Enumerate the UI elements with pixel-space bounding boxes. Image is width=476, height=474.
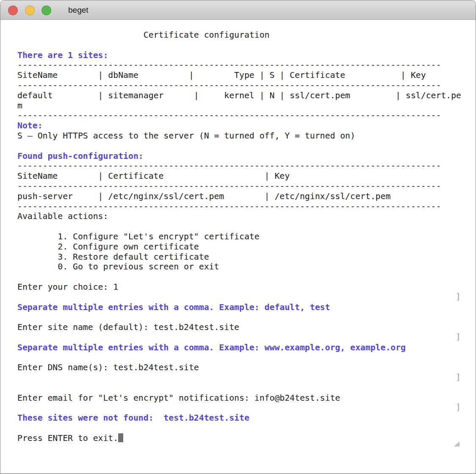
terminal-line-text: SiteName | Certificate | Key <box>17 171 290 181</box>
scroll-artifact-bracket: ] <box>456 372 461 383</box>
terminal-line: ----------------------------------------… <box>17 161 476 171</box>
terminal-line-text: There are 1 sites: <box>17 50 108 60</box>
terminal-line: Certificate configuration <box>17 30 476 40</box>
terminal-line <box>17 222 476 232</box>
terminal-line: Enter email for "Let's encrypt" notifica… <box>17 393 476 403</box>
terminal-line <box>17 292 476 302</box>
terminal-line: m <box>17 101 476 111</box>
terminal-line: 0. Go to previous screen or exit <box>17 262 476 272</box>
terminal-line <box>17 333 476 343</box>
terminal-line: Note: <box>17 121 476 131</box>
terminal-line: These sites were not found: test.b24test… <box>17 413 476 423</box>
terminal-line: default | sitemanager | kernel | N | ssl… <box>17 91 476 101</box>
scroll-artifact-bracket: ] <box>456 332 461 342</box>
terminal-line <box>17 312 476 322</box>
terminal-line-text: default | sitemanager | kernel | N | ssl… <box>17 91 461 100</box>
terminal-line-text: 1. Configure "Let's encrypt" certificate <box>17 232 260 241</box>
terminal-line-text: Found push-configuration: <box>17 151 144 161</box>
resize-handle[interactable] <box>454 441 459 446</box>
terminal-line: S — Only HTTPS access to the server (N =… <box>17 131 476 141</box>
terminal-line <box>17 383 476 393</box>
table-divider: ----------------------------------------… <box>17 181 441 191</box>
terminal-line: ----------------------------------------… <box>17 202 476 212</box>
terminal-line <box>17 403 476 413</box>
terminal-line-text: push-server | /etc/nginx/ssl/cert.pem | … <box>17 191 390 201</box>
terminal-line: SiteName | Certificate | Key <box>17 171 476 181</box>
terminal-line <box>17 40 476 50</box>
terminal-line: Press ENTER to exit. <box>17 433 476 444</box>
terminal-line-text: Enter site name (default): test.b24test.… <box>17 322 239 332</box>
terminal-line-text: 0. Go to previous screen or exit <box>17 262 219 272</box>
scroll-artifact-bracket: ] <box>456 402 461 413</box>
minimize-button[interactable] <box>25 6 35 15</box>
scroll-artifact-bracket: ] <box>456 292 461 302</box>
terminal-line-text: Separate multiple entries with a comma. … <box>17 343 406 352</box>
terminal-line: Separate multiple entries with a comma. … <box>17 343 476 353</box>
terminal-line: Found push-configuration: <box>17 151 476 161</box>
terminal-line-text: m <box>17 101 22 111</box>
terminal-line: 3. Restore default certificate <box>17 252 476 262</box>
terminal-line: SiteName | dbName | Type | S | Certifica… <box>17 70 476 80</box>
table-divider: ----------------------------------------… <box>17 111 441 120</box>
table-divider: ----------------------------------------… <box>17 202 441 211</box>
terminal-line: Separate multiple entries with a comma. … <box>17 302 476 313</box>
table-divider: ----------------------------------------… <box>17 80 441 90</box>
terminal-line <box>17 373 476 383</box>
table-divider: ----------------------------------------… <box>17 60 441 70</box>
terminal-line-text: Enter your choice: 1 <box>17 282 118 292</box>
terminal-line: ----------------------------------------… <box>17 111 476 121</box>
terminal-line: Available actions: <box>17 211 476 222</box>
terminal-line: 1. Configure "Let's encrypt" certificate <box>17 232 476 242</box>
terminal-line: 2. Configure own certificate <box>17 242 476 252</box>
terminal-cursor <box>118 433 123 442</box>
terminal-line: Enter DNS name(s): test.b24test.site <box>17 363 476 373</box>
zoom-button[interactable] <box>42 6 51 15</box>
terminal-line <box>17 272 476 282</box>
terminal-output: Certificate configurationThere are 1 sit… <box>0 20 476 444</box>
terminal-line-text: Certificate configuration <box>17 30 269 40</box>
terminal-line-text: Separate multiple entries with a comma. … <box>17 302 330 312</box>
window-title: beget <box>68 0 89 20</box>
terminal-line-text: SiteName | dbName | Type | S | Certifica… <box>17 70 426 80</box>
close-button[interactable] <box>8 6 18 15</box>
table-divider: ----------------------------------------… <box>17 161 441 171</box>
terminal-line: ----------------------------------------… <box>17 60 476 70</box>
terminal-line: There are 1 sites: <box>17 50 476 61</box>
terminal-line: Enter your choice: 1 <box>17 282 476 292</box>
terminal-window: beget Certificate configurationThere are… <box>0 0 476 474</box>
terminal-line <box>17 141 476 151</box>
terminal-line <box>17 353 476 363</box>
terminal-line: ----------------------------------------… <box>17 181 476 191</box>
terminal-line-text: Enter email for "Let's encrypt" notifica… <box>17 393 340 403</box>
terminal-line <box>17 423 476 433</box>
titlebar: beget <box>0 0 476 20</box>
terminal-line-text: Press ENTER to exit. <box>17 433 118 443</box>
terminal-line-text: 2. Configure own certificate <box>17 242 199 252</box>
terminal-line: push-server | /etc/nginx/ssl/cert.pem | … <box>17 191 476 202</box>
terminal-line-text: These sites were not found: test.b24test… <box>17 413 249 423</box>
terminal-line-text: S — Only HTTPS access to the server (N =… <box>17 131 355 141</box>
terminal-line: Enter site name (default): test.b24test.… <box>17 322 476 333</box>
terminal-line-text: Enter DNS name(s): test.b24test.site <box>17 363 199 372</box>
terminal-line-text: Available actions: <box>17 211 108 221</box>
terminal-line-text: 3. Restore default certificate <box>17 252 209 262</box>
terminal-line: ----------------------------------------… <box>17 80 476 91</box>
terminal-line-text: Note: <box>17 121 43 130</box>
